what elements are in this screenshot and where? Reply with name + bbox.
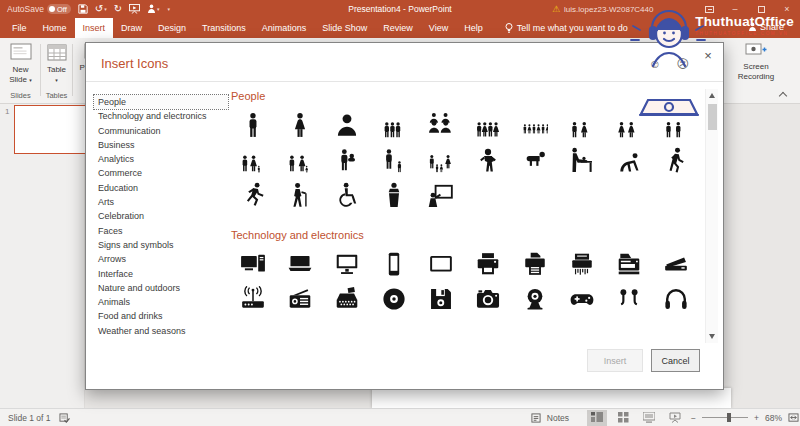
fit-slide-to-window-icon[interactable] — [788, 413, 799, 423]
share-button[interactable]: Share — [748, 22, 784, 32]
category-arts[interactable]: Arts — [94, 195, 228, 209]
tab-home[interactable]: Home — [35, 18, 75, 38]
baby-changing-table-icon[interactable] — [558, 142, 605, 177]
category-technology-and-electronics[interactable]: Technology and electronics — [94, 109, 228, 123]
category-interface[interactable]: Interface — [94, 267, 228, 281]
normal-view-button[interactable] — [587, 410, 607, 426]
table-button[interactable]: Table▾ — [43, 42, 70, 85]
close-window-button[interactable]: × — [774, 0, 800, 18]
category-nature-and-outdoors[interactable]: Nature and outdoors — [94, 281, 228, 295]
man-icon[interactable] — [229, 107, 276, 142]
copier-icon[interactable] — [605, 246, 652, 281]
smartphone-icon[interactable] — [370, 246, 417, 281]
cancel-button[interactable]: Cancel — [651, 349, 700, 372]
person-bust-icon[interactable] — [323, 107, 370, 142]
family-group-icon[interactable] — [417, 142, 464, 177]
person-running-icon[interactable] — [229, 177, 276, 212]
tablet-icon[interactable] — [417, 246, 464, 281]
person-with-cane-icon[interactable] — [276, 177, 323, 212]
laptop-icon[interactable] — [276, 246, 323, 281]
feedback-frown-icon[interactable]: ☹ — [676, 57, 689, 71]
presenter-whiteboard-icon[interactable] — [417, 177, 464, 212]
category-weather-and-seasons[interactable]: Weather and seasons — [94, 324, 228, 338]
customize-qat-icon[interactable]: ▾ — [167, 7, 171, 12]
radio-icon[interactable] — [276, 281, 323, 316]
family-with-child-icon[interactable] — [229, 142, 276, 177]
undo-dropdown-icon[interactable]: ▾ — [104, 7, 107, 12]
minimize-button[interactable]: – — [722, 0, 748, 18]
woman-icon[interactable] — [276, 107, 323, 142]
autosave-toggle[interactable]: AutoSave Off — [7, 4, 71, 14]
typewriter-icon[interactable] — [323, 281, 370, 316]
dialog-scrollbar[interactable] — [705, 89, 718, 343]
desktop-computer-icon[interactable] — [229, 246, 276, 281]
spell-check-icon[interactable] — [59, 413, 70, 423]
crowd-icon[interactable] — [511, 107, 558, 142]
slide-indicator[interactable]: Slide 1 of 1 — [8, 413, 51, 423]
account-area[interactable]: ⚠ luis.lopez23-W2087C440 — [552, 0, 653, 18]
cd-disc-icon[interactable] — [370, 281, 417, 316]
scroll-up-icon[interactable] — [709, 93, 715, 98]
tab-review[interactable]: Review — [375, 18, 421, 38]
men-couple-icon[interactable] — [652, 107, 699, 142]
category-arrows[interactable]: Arrows — [94, 252, 228, 266]
maximize-button[interactable] — [748, 0, 774, 18]
collapse-ribbon-icon[interactable] — [779, 91, 786, 98]
save-icon[interactable] — [78, 4, 88, 14]
person-bending-icon[interactable] — [605, 142, 652, 177]
camera-icon[interactable] — [464, 281, 511, 316]
dialog-close-icon[interactable]: × — [697, 45, 719, 65]
slideshow-view-button[interactable] — [665, 410, 685, 426]
wifi-router-icon[interactable] — [229, 281, 276, 316]
category-business[interactable]: Business — [94, 138, 228, 152]
person-walking-icon[interactable] — [652, 142, 699, 177]
family-icon[interactable] — [276, 142, 323, 177]
women-couple-icon[interactable] — [605, 107, 652, 142]
slide-sorter-view-button[interactable] — [613, 410, 633, 426]
tab-animations[interactable]: Animations — [254, 18, 315, 38]
webcam-icon[interactable] — [511, 281, 558, 316]
tab-insert[interactable]: Insert — [75, 18, 114, 38]
category-faces[interactable]: Faces — [94, 224, 228, 238]
tab-help[interactable]: Help — [456, 18, 491, 38]
tellme-box[interactable]: Tell me what you want to do — [505, 18, 628, 38]
category-commerce[interactable]: Commerce — [94, 166, 228, 180]
people-group-icon[interactable] — [464, 107, 511, 142]
reading-view-button[interactable] — [639, 410, 659, 426]
floppy-disk-icon[interactable] — [417, 281, 464, 316]
baby-icon[interactable] — [464, 142, 511, 177]
tab-design[interactable]: Design — [150, 18, 194, 38]
men-group-icon[interactable] — [370, 107, 417, 142]
zoom-slider[interactable] — [702, 417, 748, 419]
shredder-icon[interactable] — [558, 246, 605, 281]
tab-transitions[interactable]: Transitions — [194, 18, 254, 38]
scrollbar-thumb[interactable] — [708, 104, 717, 130]
undo-icon[interactable]: ↺▾ — [95, 4, 107, 14]
autosave-pill[interactable]: Off — [47, 4, 71, 14]
man-woman-couple-icon[interactable] — [558, 107, 605, 142]
printer-document-icon[interactable] — [511, 246, 558, 281]
insert-button[interactable]: Insert — [587, 349, 643, 372]
tab-view[interactable]: View — [421, 18, 456, 38]
start-slideshow-icon[interactable] — [129, 4, 140, 14]
wheelchair-person-icon[interactable] — [323, 177, 370, 212]
slide-surface[interactable] — [372, 388, 731, 408]
notes-button[interactable]: Notes — [547, 413, 569, 423]
speaker-at-podium-icon[interactable] — [370, 177, 417, 212]
headphones-icon[interactable] — [652, 281, 699, 316]
tab-slide-show[interactable]: Slide Show — [314, 18, 375, 38]
meeting-group-icon[interactable] — [417, 107, 464, 142]
scroll-down-icon[interactable] — [709, 334, 715, 339]
category-education[interactable]: Education — [94, 181, 228, 195]
earbuds-icon[interactable] — [605, 281, 652, 316]
category-signs-and-symbols[interactable]: Signs and symbols — [94, 238, 228, 252]
zoom-level[interactable]: 68% — [765, 413, 782, 423]
parent-holding-baby-icon[interactable] — [323, 142, 370, 177]
scanner-icon[interactable] — [652, 246, 699, 281]
monitor-icon[interactable] — [323, 246, 370, 281]
category-communication[interactable]: Communication — [94, 124, 228, 138]
touch-mode-dropdown-icon[interactable]: ▾ — [157, 7, 160, 12]
tab-file[interactable]: File — [4, 18, 35, 38]
new-slide-button[interactable]: NewSlide ▾ — [4, 42, 37, 85]
category-food-and-drinks[interactable]: Food and drinks — [94, 309, 228, 323]
